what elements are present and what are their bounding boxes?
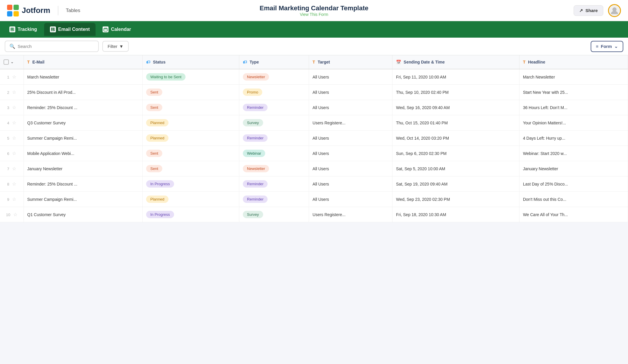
filter-button[interactable]: Filter ▼: [102, 41, 129, 52]
tracking-tab-label: Tracking: [18, 27, 37, 32]
form-label: Form: [601, 44, 612, 49]
status-cell: Waiting to be Sent: [143, 69, 239, 85]
status-badge: Planned: [146, 196, 168, 203]
select-chevron-icon[interactable]: ⌄: [11, 60, 14, 64]
type-badge: Newsletter: [243, 73, 269, 81]
status-cell: Sent: [143, 146, 239, 161]
star-icon[interactable]: ☆: [12, 105, 16, 110]
row-num: 3: [7, 106, 9, 110]
email-cell: Q1 Customer Survey: [24, 207, 143, 222]
search-icon: 🔍: [9, 44, 15, 49]
svg-rect-13: [51, 28, 52, 29]
star-icon[interactable]: ☆: [12, 151, 16, 156]
type-badge: Reminder: [243, 180, 268, 188]
row-num: 4: [7, 121, 9, 125]
status-cell: Planned: [143, 192, 239, 207]
sending-date-col-header: 📅 Sending Date & Time: [392, 55, 519, 69]
filter-label: Filter: [108, 44, 117, 49]
share-button[interactable]: ↗ Share: [574, 5, 603, 16]
search-input[interactable]: [18, 44, 94, 49]
star-icon[interactable]: ☆: [12, 74, 16, 79]
type-badge: Promo: [243, 89, 262, 96]
target-cell: All Users: [309, 131, 392, 146]
status-cell: Sent: [143, 100, 239, 115]
select-all-col: ⌄: [0, 55, 24, 69]
email-cell: Mobile Application Webi...: [24, 146, 143, 161]
headline-cell: Webinar: Start 2020 w...: [519, 146, 628, 161]
select-all-checkbox-area: ⌄: [4, 59, 20, 65]
headline-col-label: Headline: [528, 60, 545, 64]
star-icon[interactable]: ☆: [12, 181, 16, 186]
svg-rect-23: [105, 28, 105, 29]
type-badge: Webinar: [243, 150, 265, 157]
row-select-cell: 5 ☆: [0, 131, 24, 146]
status-cell: Sent: [143, 85, 239, 100]
table-row: 1 ☆ March Newsletter Waiting to be Sent …: [0, 69, 628, 85]
svg-rect-1: [14, 5, 19, 10]
tab-tracking[interactable]: Tracking: [4, 23, 43, 36]
row-num: 7: [7, 167, 9, 171]
calendar-tab-icon: [103, 26, 108, 32]
target-cell: All Users: [309, 176, 392, 192]
headline-cell: 4 Days Left: Hurry up...: [519, 131, 628, 146]
row-select-cell: 1 ☆: [0, 69, 24, 85]
status-badge: Sent: [146, 165, 162, 172]
status-cell: Sent: [143, 161, 239, 176]
select-all-checkbox[interactable]: [4, 59, 9, 65]
status-badge: In Progress: [146, 180, 174, 188]
form-button[interactable]: ≡ Form ⌄: [591, 41, 623, 52]
target-cell: All Users: [309, 85, 392, 100]
sending-date-cell: Wed, Oct 14, 2020 03:20 PM: [392, 131, 519, 146]
jotform-logo-icon: [7, 5, 19, 16]
sending-date-cell: Sat, Sep 5, 2020 10:00 AM: [392, 161, 519, 176]
star-icon[interactable]: ☆: [12, 166, 16, 171]
header-right: ↗ Share: [574, 4, 621, 17]
target-cell: All Users: [309, 161, 392, 176]
page-title: Email Marketing Calendar Template: [260, 4, 368, 12]
table-row: 3 ☆ Reminder: 25% Discount ... Sent Remi…: [0, 100, 628, 115]
status-badge: Sent: [146, 150, 162, 157]
row-num: 9: [7, 197, 9, 202]
sending-date-cell: Fri, Sep 18, 2020 10:30 AM: [392, 207, 519, 222]
avatar[interactable]: [608, 4, 621, 17]
status-badge: Waiting to be Sent: [146, 73, 186, 81]
row-num: 1: [7, 75, 9, 79]
sending-date-cell: Thu, Sep 10, 2020 02:40 PM: [392, 85, 519, 100]
target-cell: All Users: [309, 192, 392, 207]
share-label: Share: [585, 8, 598, 13]
row-num: 8: [7, 182, 9, 186]
type-badge: Reminder: [243, 134, 268, 142]
headline-cell: We Care All of Your Th...: [519, 207, 628, 222]
svg-rect-8: [12, 29, 13, 30]
svg-point-4: [612, 7, 617, 11]
row-select-cell: 10 ☆: [0, 207, 24, 222]
search-box[interactable]: 🔍: [5, 41, 99, 52]
type-cell: Reminder: [239, 192, 309, 207]
svg-rect-14: [53, 28, 54, 29]
headline-cell: January Newsletter: [519, 161, 628, 176]
email-cell: March Newsletter: [24, 69, 143, 85]
star-icon[interactable]: ☆: [13, 212, 17, 217]
tab-email-content[interactable]: Email Content: [44, 23, 96, 36]
sending-date-cell: Wed, Sep 23, 2020 02:30 PM: [392, 192, 519, 207]
status-badge: Sent: [146, 89, 162, 96]
table-row: 6 ☆ Mobile Application Webi... Sent Webi…: [0, 146, 628, 161]
table-row: 8 ☆ Reminder: 25% Discount ... In Progre…: [0, 176, 628, 192]
headline-cell: 36 Hours Left: Don't M...: [519, 100, 628, 115]
tab-calendar[interactable]: Calendar: [97, 23, 137, 36]
status-cell: In Progress: [143, 176, 239, 192]
star-icon[interactable]: ☆: [12, 90, 16, 95]
type-col-header: 🏷 Type: [239, 55, 309, 69]
tabs-bar: Tracking Email Content C: [0, 21, 628, 38]
view-form-link[interactable]: View This Form: [260, 12, 368, 17]
headline-cell: Don't Miss out this Co...: [519, 192, 628, 207]
star-icon[interactable]: ☆: [12, 136, 16, 141]
star-icon[interactable]: ☆: [12, 197, 16, 202]
share-icon: ↗: [579, 8, 583, 13]
type-cell: Promo: [239, 85, 309, 100]
svg-rect-12: [14, 29, 14, 31]
star-icon[interactable]: ☆: [12, 120, 16, 125]
type-col-label: Type: [250, 60, 259, 64]
target-cell: Users Registere...: [309, 207, 392, 222]
type-badge: Newsletter: [243, 165, 269, 172]
